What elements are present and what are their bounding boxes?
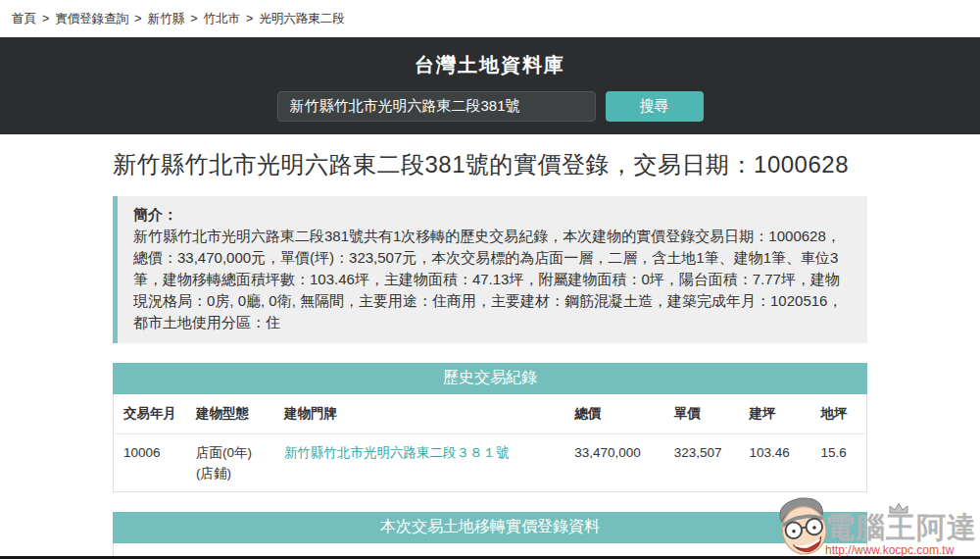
breadcrumb-separator: > <box>42 12 49 25</box>
watermark-url: http://www.kocpc.com.tw <box>825 543 977 557</box>
watermark: 電腦王阿達 http://www.kocpc.com.tw <box>774 495 977 558</box>
col-unit-price: 單價 <box>664 394 740 434</box>
search-input[interactable] <box>277 91 596 122</box>
intro-box: 簡介： 新竹縣竹北市光明六路東二段381號共有1次移轉的歷史交易紀錄，本次建物的… <box>113 196 867 343</box>
site-header: 台灣土地資料庫 搜尋 <box>0 37 980 134</box>
cell-building-address: 新竹縣竹北市光明六路東二段３８１號 <box>274 434 564 492</box>
col-land-ping: 地坪 <box>811 394 867 434</box>
history-table-header-row: 交易年月 建物型態 建物門牌 總價 單價 建坪 地坪 <box>114 394 867 434</box>
land-transfer-section: 本次交易土地移轉實價登錄資料 地號 土地移轉面積 權利人持分分子 權利人持分分母… <box>113 512 867 559</box>
main-content: 新竹縣竹北市光明六路東二段381號的實價登錄，交易日期：1000628 簡介： … <box>113 148 867 559</box>
col-transaction-yearmonth: 交易年月 <box>114 394 187 434</box>
crown-icon <box>888 502 909 515</box>
building-address-link[interactable]: 新竹縣竹北市光明六路東二段３８１號 <box>284 445 510 460</box>
breadcrumb-price-query[interactable]: 實價登錄查詢 <box>55 11 128 27</box>
cell-building-type: 店面(0年) (店鋪) <box>186 434 274 492</box>
cell-building-ping: 103.46 <box>740 434 811 492</box>
col-building-ping: 建坪 <box>740 394 811 434</box>
building-type-line2: (店鋪) <box>196 463 265 483</box>
col-total-price: 總價 <box>564 394 664 434</box>
breadcrumb: 首頁 > 實價登錄查詢 > 新竹縣 > 竹北市 > 光明六路東二段 <box>0 0 980 37</box>
cell-land-ping: 15.6 <box>811 434 867 492</box>
search-button[interactable]: 搜尋 <box>606 91 704 122</box>
search-bar: 搜尋 <box>0 91 980 122</box>
breadcrumb-separator: > <box>246 12 253 25</box>
cell-transaction-yearmonth: 10006 <box>114 434 187 492</box>
breadcrumb-current-road: 光明六路東二段 <box>259 11 345 27</box>
history-section-title: 歷史交易紀錄 <box>113 363 867 394</box>
site-title: 台灣土地資料庫 <box>0 37 980 78</box>
watermark-site-name: 電腦王阿達 <box>825 513 977 542</box>
cell-total-price: 33,470,000 <box>564 434 664 492</box>
watermark-mascot-icon <box>774 495 833 558</box>
building-type-line1: 店面(0年) <box>196 442 265 463</box>
breadcrumb-home[interactable]: 首頁 <box>12 11 36 27</box>
history-table: 交易年月 建物型態 建物門牌 總價 單價 建坪 地坪 10006 店面(0年) … <box>113 394 867 492</box>
breadcrumb-county[interactable]: 新竹縣 <box>148 11 185 27</box>
page-title: 新竹縣竹北市光明六路東二段381號的實價登錄，交易日期：1000628 <box>113 148 867 180</box>
breadcrumb-separator: > <box>134 12 141 25</box>
breadcrumb-separator: > <box>190 12 197 25</box>
intro-text: 新竹縣竹北市光明六路東二段381號共有1次移轉的歷史交易紀錄，本次建物的實價登錄… <box>133 228 842 330</box>
history-section: 歷史交易紀錄 交易年月 建物型態 建物門牌 總價 單價 建坪 地坪 1 <box>113 363 867 492</box>
watermark-text-block: 電腦王阿達 http://www.kocpc.com.tw <box>825 513 977 558</box>
intro-label: 簡介： <box>133 204 852 226</box>
breadcrumb-city[interactable]: 竹北市 <box>203 11 240 27</box>
col-building-type: 建物型態 <box>186 394 274 434</box>
cell-unit-price: 323,507 <box>664 434 740 492</box>
land-transfer-section-title: 本次交易土地移轉實價登錄資料 <box>113 512 867 543</box>
table-row: 10006 店面(0年) (店鋪) 新竹縣竹北市光明六路東二段３８１號 33,4… <box>114 434 867 492</box>
col-building-address: 建物門牌 <box>274 394 564 434</box>
